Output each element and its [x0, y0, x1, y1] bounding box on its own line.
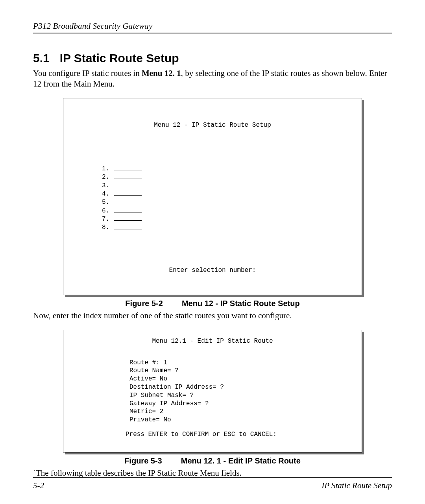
figure-2-caption-title: Menu 12. 1 - Edit IP Static Route [181, 456, 301, 465]
list-item: 4. [102, 190, 109, 198]
list-item: 6. [102, 207, 109, 214]
blank-field [114, 223, 142, 229]
field-line: Active= No [129, 375, 167, 382]
field-line: Route Name= ? [129, 367, 179, 374]
intro-paragraph: You configure IP static routes in Menu 1… [33, 68, 392, 89]
blank-field [114, 181, 142, 187]
figure-2-caption-num: Figure 5-3 [124, 456, 162, 465]
page-footer: 5-2 IP Static Route Setup [33, 477, 392, 491]
footer-section-title: IP Static Route Setup [322, 481, 392, 491]
list-item: 3. [102, 182, 109, 189]
intro-pre: You configure IP static routes in [33, 68, 142, 78]
terminal-1-prompt: Enter selection number: [70, 266, 355, 274]
footer-page-number: 5-2 [33, 481, 44, 491]
section-heading: 5.1IP Static Route Setup [33, 52, 392, 65]
paragraph-2: Now, enter the index number of one of th… [33, 310, 392, 321]
blank-field [114, 198, 142, 204]
figure-2-caption: Figure 5-3Menu 12. 1 - Edit IP Static Ro… [33, 456, 392, 465]
figure-1-caption-num: Figure 5-2 [125, 299, 163, 308]
header-rule [33, 33, 392, 33]
blank-field [114, 215, 142, 221]
blank-field [114, 164, 142, 170]
terminal-2-fields: Route #: 1 Route Name= ? Active= No Dest… [129, 359, 355, 424]
terminal-screen-1: Menu 12 - IP Static Route Setup 1. 2. 3.… [63, 98, 362, 295]
running-header: P312 Broadband Security Gateway [33, 21, 392, 31]
blank-field [114, 173, 142, 179]
section-number: 5.1 [33, 52, 50, 65]
terminal-1-list: 1. 2. 3. 4. 5. 6. 7. 8. [102, 157, 355, 232]
figure-1: Menu 12 - IP Static Route Setup 1. 2. 3.… [63, 98, 362, 295]
list-item: 2. [102, 174, 109, 181]
field-line: IP Subnet Mask= ? [129, 392, 194, 399]
footer-rule [33, 477, 392, 478]
field-line: Route #: 1 [129, 359, 167, 366]
figure-1-caption: Figure 5-2Menu 12 - IP Static Route Setu… [33, 299, 392, 308]
page: P312 Broadband Security Gateway 5.1IP St… [0, 0, 425, 504]
list-item: 7. [102, 216, 109, 223]
field-line: Private= No [129, 416, 171, 423]
list-item: 8. [102, 224, 109, 231]
intro-bold: Menu 12. 1 [142, 68, 181, 78]
blank-field [114, 207, 142, 212]
section-title: IP Static Route Setup [60, 52, 179, 65]
terminal-screen-2: Menu 12.1 - Edit IP Static Route Route #… [63, 330, 362, 452]
blank-field [114, 190, 142, 196]
figure-1-caption-title: Menu 12 - IP Static Route Setup [182, 299, 300, 308]
field-line: Destination IP Address= ? [129, 384, 224, 391]
list-item: 5. [102, 199, 109, 206]
terminal-2-confirm: Press ENTER to CONFIRM or ESC to CANCEL: [126, 430, 355, 439]
terminal-1-title: Menu 12 - IP Static Route Setup [70, 121, 355, 129]
list-item: 1. [102, 165, 109, 172]
field-line: Metric= 2 [129, 408, 163, 415]
terminal-2-title: Menu 12.1 - Edit IP Static Route [70, 337, 355, 345]
figure-2: Menu 12.1 - Edit IP Static Route Route #… [63, 330, 362, 452]
field-line: Gateway IP Address= ? [129, 400, 209, 407]
